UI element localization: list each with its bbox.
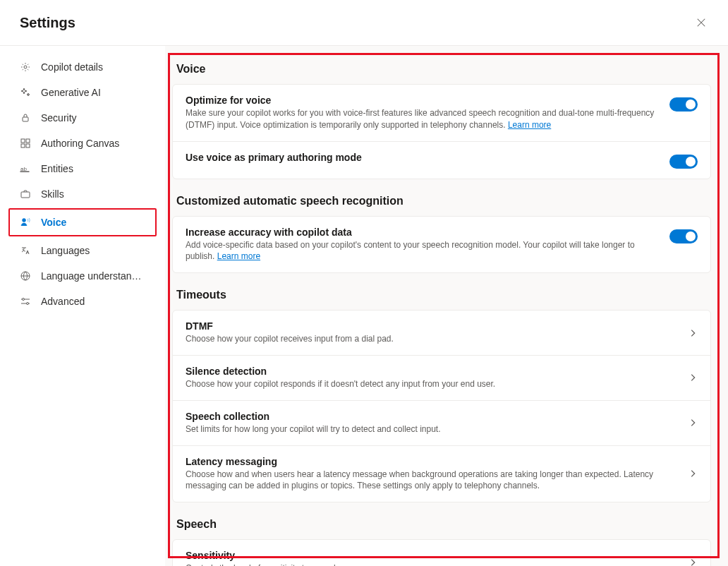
sidebar-item-advanced[interactable]: Advanced [10,289,155,314]
row-primary-authoring: Use voice as primary authoring mode [173,141,710,179]
sidebar-item-languages[interactable]: Languages [10,238,155,263]
toggle-increase-accuracy[interactable] [669,229,698,243]
row-desc: Choose how your copilot receives input f… [186,333,677,345]
row-title: DTMF [186,320,677,332]
chevron-right-icon [688,558,698,566]
sliders-icon [20,296,31,307]
voice-icon [20,217,31,228]
chevron-right-icon [688,418,698,428]
svg-rect-7 [20,171,29,172]
sidebar-item-voice[interactable]: Voice [10,210,155,235]
sidebar: Copilot details Generative AI Security A… [0,46,165,566]
sidebar-item-language-understanding[interactable]: Language understandi... [10,263,155,289]
grid-icon [20,138,31,149]
svg-point-11 [23,299,25,301]
sidebar-item-skills[interactable]: Skills [10,181,155,207]
svg-point-12 [27,303,29,305]
sidebar-item-generative-ai[interactable]: Generative AI [10,80,155,105]
gear-icon [20,61,31,73]
toggle-optimize-voice[interactable] [669,97,698,112]
speech-card: Sensitivity Controls the level of sensit… [172,539,711,566]
sidebar-item-security[interactable]: Security [10,105,155,131]
close-button[interactable] [691,13,711,32]
row-desc: Choose how your copilot responds if it d… [186,378,677,390]
row-increase-accuracy: Increase accuracy with copilot data Add … [173,217,710,273]
main-content: Voice Optimize for voice Make sure your … [165,46,728,566]
svg-rect-3 [26,139,30,143]
sidebar-item-label: Entities [41,163,73,174]
voice-card: Optimize for voice Make sure your copilo… [172,84,711,179]
sidebar-item-label: Copilot details [41,61,103,73]
svg-rect-4 [21,144,25,147]
row-title: Speech collection [186,411,677,422]
sidebar-item-label: Generative AI [41,87,101,98]
svg-rect-1 [23,117,28,121]
toggle-primary-authoring[interactable] [669,155,698,169]
row-title: Optimize for voice [186,95,658,106]
casr-card: Increase accuracy with copilot data Add … [172,216,711,274]
svg-rect-5 [26,144,30,147]
row-desc: Controls the level of sensitivity to spe… [186,562,677,566]
row-title: Latency messaging [186,456,677,467]
row-desc: Set limits for how long your copilot wil… [186,423,677,435]
sidebar-item-entities[interactable]: ab Entities [10,156,155,181]
svg-point-9 [23,219,26,222]
row-dtmf[interactable]: DTMF Choose how your copilot receives in… [173,311,710,355]
sidebar-item-copilot-details[interactable]: Copilot details [10,54,155,80]
close-icon [696,18,706,28]
page-title: Settings [20,15,75,31]
chevron-right-icon [688,373,698,383]
sidebar-item-label: Language understandi... [41,270,145,282]
row-latency-messaging[interactable]: Latency messaging Choose how and when us… [173,445,710,502]
row-speech-collection[interactable]: Speech collection Set limits for how lon… [173,400,710,445]
sidebar-item-authoring-canvas[interactable]: Authoring Canvas [10,131,155,156]
section-heading-speech: Speech [176,518,711,531]
timeouts-card: DTMF Choose how your copilot receives in… [172,310,711,502]
row-desc: Add voice-specific data based on your co… [186,239,658,263]
header: Settings [0,0,728,46]
sidebar-item-label: Languages [41,245,90,256]
row-desc: Make sure your copilot works for you wit… [186,107,658,131]
row-title: Use voice as primary authoring mode [186,152,658,163]
learn-more-link[interactable]: Learn more [508,120,551,130]
briefcase-icon [20,188,31,200]
svg-point-0 [24,66,27,68]
svg-rect-8 [21,192,30,198]
chevron-right-icon [688,328,698,338]
sidebar-item-label: Authoring Canvas [41,138,119,149]
sidebar-item-label: Skills [41,188,64,200]
highlight-voice-nav: Voice [8,208,157,236]
learn-more-link[interactable]: Learn more [217,251,260,261]
sidebar-item-label: Advanced [41,296,85,307]
row-optimize-voice: Optimize for voice Make sure your copilo… [173,85,710,141]
chevron-right-icon [688,469,698,478]
lock-icon [20,112,31,124]
section-heading-voice: Voice [176,63,711,76]
entities-icon: ab [20,163,31,174]
section-heading-casr: Customized automatic speech recognition [176,195,711,207]
row-title: Sensitivity [186,550,677,561]
row-silence-detection[interactable]: Silence detection Choose how your copilo… [173,355,710,400]
sidebar-item-label: Voice [41,217,66,228]
section-heading-timeouts: Timeouts [176,289,711,301]
languages-icon [20,245,31,256]
svg-rect-2 [21,139,25,143]
sparkle-icon [20,87,31,98]
row-title: Silence detection [186,366,677,377]
row-sensitivity[interactable]: Sensitivity Controls the level of sensit… [173,540,710,566]
row-title: Increase accuracy with copilot data [186,227,658,238]
globe-icon [20,270,31,282]
sidebar-item-label: Security [41,112,77,124]
row-desc: Choose how and when users hear a latency… [186,469,677,493]
